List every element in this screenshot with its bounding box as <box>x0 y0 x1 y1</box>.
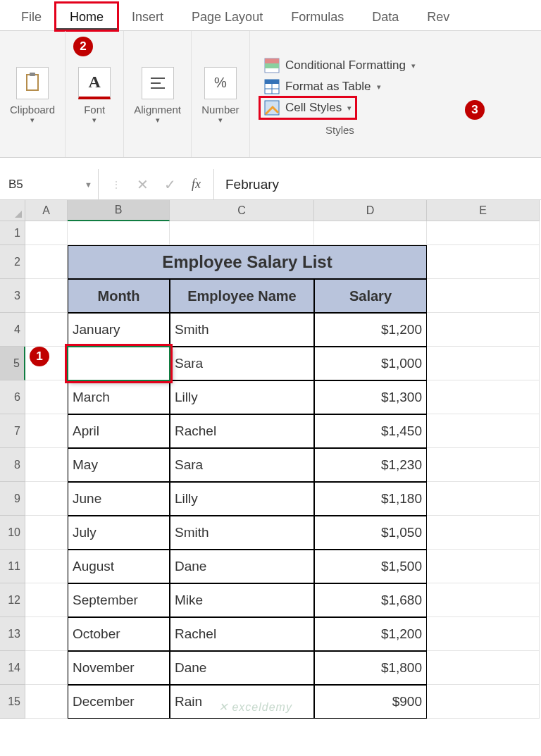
row-header-8[interactable]: 8 <box>0 448 25 482</box>
chevron-down-icon[interactable]: ▼ <box>85 180 92 189</box>
cell-employee-5[interactable]: Sara <box>170 347 314 380</box>
cell-salary-7[interactable]: $1,450 <box>314 414 427 448</box>
col-header-C[interactable]: C <box>170 200 314 221</box>
row-header-12[interactable]: 12 <box>0 583 25 617</box>
font-button[interactable]: A <box>75 66 113 101</box>
cell-E2[interactable] <box>427 245 540 279</box>
chevron-down-icon[interactable]: ▾ <box>218 116 223 125</box>
cell-employee-6[interactable]: Lilly <box>170 380 314 414</box>
tab-review[interactable]: Rev <box>413 3 464 30</box>
cell-E11[interactable] <box>427 550 540 583</box>
cell-A6[interactable] <box>25 380 68 414</box>
enter-icon[interactable]: ✓ <box>164 176 176 193</box>
fx-icon[interactable]: fx <box>192 177 201 192</box>
cell-month-6[interactable]: March <box>68 380 170 414</box>
col-header-E[interactable]: E <box>427 200 540 221</box>
cell-A10[interactable] <box>25 516 68 550</box>
cell-month-14[interactable]: November <box>68 651 170 685</box>
cell-E15[interactable] <box>427 685 540 719</box>
col-header-A[interactable]: A <box>25 200 68 221</box>
cell-month-10[interactable]: July <box>68 516 170 550</box>
cell-employee-4[interactable]: Smith <box>170 313 314 347</box>
cell-month-9[interactable]: June <box>68 482 170 516</box>
row-header-9[interactable]: 9 <box>0 482 25 516</box>
cell-A11[interactable] <box>25 550 68 583</box>
cell-A9[interactable] <box>25 482 68 516</box>
tab-page-layout[interactable]: Page Layout <box>178 3 277 30</box>
row-header-5[interactable]: 5 <box>0 347 25 380</box>
name-box[interactable]: B5 ▼ <box>0 169 99 199</box>
worksheet[interactable]: A B C D E 1 2 3 4 5 6 7 8 9 10 11 12 13 … <box>0 200 541 743</box>
cell-salary-14[interactable]: $1,800 <box>314 651 427 685</box>
row-header-4[interactable]: 4 <box>0 313 25 347</box>
chevron-down-icon[interactable]: ▾ <box>156 116 160 125</box>
cell-A8[interactable] <box>25 448 68 482</box>
cell-month-15[interactable]: December <box>68 685 170 719</box>
cell-employee-14[interactable]: Dane <box>170 651 314 685</box>
clipboard-button[interactable] <box>13 66 51 101</box>
cell-E8[interactable] <box>427 448 540 482</box>
cell-month-13[interactable]: October <box>68 617 170 651</box>
cell-E4[interactable] <box>427 313 540 347</box>
cell-employee-9[interactable]: Lilly <box>170 482 314 516</box>
number-button[interactable]: % <box>201 66 240 101</box>
cancel-icon[interactable]: ✕ <box>137 176 149 193</box>
col-header-D[interactable]: D <box>314 200 427 221</box>
cell-month-4[interactable]: January <box>68 313 170 347</box>
cell-month-12[interactable]: September <box>68 583 170 617</box>
format-as-table-button[interactable]: Format as Table ▾ <box>260 76 385 97</box>
cell-salary-4[interactable]: $1,200 <box>314 313 427 347</box>
cell-A7[interactable] <box>25 414 68 448</box>
cell-employee-12[interactable]: Mike <box>170 583 314 617</box>
row-header-13[interactable]: 13 <box>0 617 25 651</box>
header-employee[interactable]: Employee Name <box>170 279 314 313</box>
cell-styles-button[interactable]: Cell Styles ▾ <box>260 97 356 118</box>
cell-E10[interactable] <box>427 516 540 550</box>
cell-month-11[interactable]: August <box>68 550 170 583</box>
row-header-7[interactable]: 7 <box>0 414 25 448</box>
cell-title[interactable]: Employee Salary List <box>68 245 427 279</box>
cell-E9[interactable] <box>427 482 540 516</box>
cell-E3[interactable] <box>427 279 540 313</box>
cell-month-8[interactable]: May <box>68 448 170 482</box>
cell-A3[interactable] <box>25 279 68 313</box>
row-header-14[interactable]: 14 <box>0 651 25 685</box>
chevron-down-icon[interactable]: ▾ <box>92 116 97 125</box>
cell-A2[interactable] <box>25 245 68 279</box>
cell-A15[interactable] <box>25 685 68 719</box>
cell-salary-11[interactable]: $1,500 <box>314 550 427 583</box>
tab-file[interactable]: File <box>7 3 56 30</box>
cell-salary-6[interactable]: $1,300 <box>314 380 427 414</box>
cell-salary-8[interactable]: $1,230 <box>314 448 427 482</box>
cell-salary-5[interactable]: $1,000 <box>314 347 427 380</box>
header-month[interactable]: Month <box>68 279 170 313</box>
select-all-corner[interactable] <box>0 200 25 221</box>
formula-input[interactable]: February <box>213 169 541 199</box>
cell-salary-15[interactable]: $900 <box>314 685 427 719</box>
cell-month-7[interactable]: April <box>68 414 170 448</box>
row-header-2[interactable]: 2 <box>0 245 25 279</box>
row-header-15[interactable]: 15 <box>0 685 25 719</box>
cell-A4[interactable] <box>25 313 68 347</box>
cell-employee-15[interactable]: Rain <box>170 685 314 719</box>
cell-E7[interactable] <box>427 414 540 448</box>
cell-C1[interactable] <box>170 221 314 245</box>
chevron-down-icon[interactable]: ▾ <box>30 116 35 125</box>
cell-B1[interactable] <box>68 221 170 245</box>
cell-D1[interactable] <box>314 221 427 245</box>
tab-formulas[interactable]: Formulas <box>277 3 358 30</box>
cell-A12[interactable] <box>25 583 68 617</box>
cell-salary-10[interactable]: $1,050 <box>314 516 427 550</box>
cell-salary-9[interactable]: $1,180 <box>314 482 427 516</box>
cell-E5[interactable] <box>427 347 540 380</box>
conditional-formatting-button[interactable]: Conditional Formatting ▾ <box>260 55 420 76</box>
col-header-B[interactable]: B <box>68 200 170 221</box>
cell-E14[interactable] <box>427 651 540 685</box>
row-header-10[interactable]: 10 <box>0 516 25 550</box>
cell-month-5[interactable]: February <box>68 347 170 380</box>
cell-A13[interactable] <box>25 617 68 651</box>
tab-home[interactable]: Home <box>56 3 118 30</box>
cell-employee-10[interactable]: Smith <box>170 516 314 550</box>
cell-E1[interactable] <box>427 221 540 245</box>
cell-employee-7[interactable]: Rachel <box>170 414 314 448</box>
